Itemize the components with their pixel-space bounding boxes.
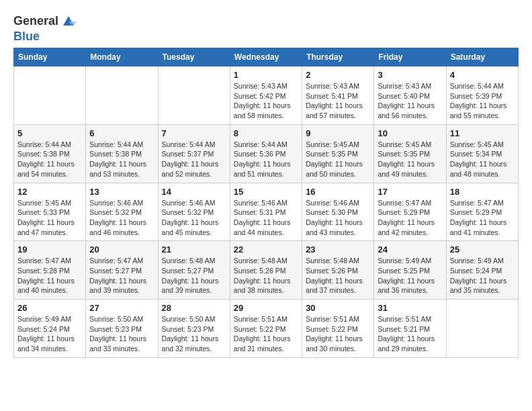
day-number: 27 [89, 303, 154, 313]
day-number: 15 [234, 187, 298, 197]
day-info: Sunrise: 5:48 AMSunset: 5:27 PMDaylight:… [162, 256, 226, 295]
col-wednesday: Wednesday [230, 48, 302, 66]
day-number: 31 [378, 303, 442, 313]
calendar-cell: 23Sunrise: 5:48 AMSunset: 5:26 PMDayligh… [302, 241, 374, 300]
calendar-cell [14, 66, 86, 125]
day-info: Sunrise: 5:44 AMSunset: 5:38 PMDaylight:… [89, 140, 154, 179]
day-number: 25 [450, 244, 515, 255]
week-row-4: 19Sunrise: 5:47 AMSunset: 5:28 PMDayligh… [14, 241, 519, 300]
day-number: 7 [162, 128, 226, 138]
day-info: Sunrise: 5:49 AMSunset: 5:24 PMDaylight:… [17, 314, 82, 354]
day-number: 17 [378, 187, 442, 197]
day-number: 2 [306, 70, 370, 80]
page-container: General Blue Sunday Monday Tuesday [0, 0, 532, 367]
day-number: 8 [234, 128, 298, 138]
day-info: Sunrise: 5:46 AMSunset: 5:32 PMDaylight:… [89, 198, 154, 238]
day-info: Sunrise: 5:49 AMSunset: 5:25 PMDaylight:… [378, 256, 442, 295]
day-number: 22 [234, 244, 298, 255]
day-info: Sunrise: 5:45 AMSunset: 5:33 PMDaylight:… [17, 198, 82, 238]
calendar-cell: 22Sunrise: 5:48 AMSunset: 5:26 PMDayligh… [230, 241, 302, 300]
day-number: 20 [89, 244, 154, 255]
day-info: Sunrise: 5:45 AMSunset: 5:35 PMDaylight:… [306, 140, 370, 179]
day-info: Sunrise: 5:44 AMSunset: 5:37 PMDaylight:… [162, 140, 226, 179]
day-number: 4 [450, 70, 515, 80]
calendar-cell: 11Sunrise: 5:45 AMSunset: 5:34 PMDayligh… [446, 124, 518, 183]
calendar-cell [446, 300, 518, 358]
day-number: 16 [306, 187, 370, 197]
day-number: 21 [162, 244, 226, 255]
day-number: 11 [450, 128, 515, 138]
day-info: Sunrise: 5:45 AMSunset: 5:35 PMDaylight:… [378, 140, 442, 179]
calendar-cell: 26Sunrise: 5:49 AMSunset: 5:24 PMDayligh… [14, 300, 86, 358]
calendar-cell: 14Sunrise: 5:46 AMSunset: 5:32 PMDayligh… [158, 183, 230, 241]
day-info: Sunrise: 5:43 AMSunset: 5:40 PMDaylight:… [378, 81, 442, 121]
week-row-3: 12Sunrise: 5:45 AMSunset: 5:33 PMDayligh… [14, 183, 519, 241]
calendar-cell: 20Sunrise: 5:47 AMSunset: 5:27 PMDayligh… [86, 241, 158, 300]
calendar-cell: 27Sunrise: 5:50 AMSunset: 5:23 PMDayligh… [86, 300, 158, 358]
day-number: 1 [234, 70, 298, 80]
week-row-1: 1Sunrise: 5:43 AMSunset: 5:42 PMDaylight… [14, 66, 519, 125]
calendar-cell [86, 66, 158, 125]
calendar-cell: 12Sunrise: 5:45 AMSunset: 5:33 PMDayligh… [14, 183, 86, 241]
logo-text: General Blue [13, 12, 77, 44]
calendar-cell: 15Sunrise: 5:46 AMSunset: 5:31 PMDayligh… [230, 183, 302, 241]
calendar-cell: 8Sunrise: 5:44 AMSunset: 5:36 PMDaylight… [230, 124, 302, 183]
calendar-cell: 7Sunrise: 5:44 AMSunset: 5:37 PMDaylight… [158, 124, 230, 183]
col-friday: Friday [374, 48, 446, 66]
day-info: Sunrise: 5:44 AMSunset: 5:38 PMDaylight:… [17, 140, 82, 179]
day-info: Sunrise: 5:51 AMSunset: 5:21 PMDaylight:… [378, 314, 442, 354]
day-number: 19 [17, 244, 82, 255]
day-info: Sunrise: 5:47 AMSunset: 5:29 PMDaylight:… [450, 198, 515, 238]
calendar-cell: 25Sunrise: 5:49 AMSunset: 5:24 PMDayligh… [446, 241, 518, 300]
day-info: Sunrise: 5:46 AMSunset: 5:32 PMDaylight:… [162, 198, 226, 238]
week-row-2: 5Sunrise: 5:44 AMSunset: 5:38 PMDaylight… [14, 124, 519, 183]
day-number: 5 [17, 128, 82, 138]
day-info: Sunrise: 5:48 AMSunset: 5:26 PMDaylight:… [306, 256, 370, 295]
day-number: 30 [306, 303, 370, 313]
day-number: 12 [17, 187, 82, 197]
col-thursday: Thursday [302, 48, 374, 66]
calendar-cell: 3Sunrise: 5:43 AMSunset: 5:40 PMDaylight… [374, 66, 446, 125]
calendar-cell: 9Sunrise: 5:45 AMSunset: 5:35 PMDaylight… [302, 124, 374, 183]
header: General Blue [13, 12, 519, 44]
day-info: Sunrise: 5:47 AMSunset: 5:28 PMDaylight:… [17, 256, 82, 295]
calendar-cell: 4Sunrise: 5:44 AMSunset: 5:39 PMDaylight… [446, 66, 518, 125]
calendar-cell: 6Sunrise: 5:44 AMSunset: 5:38 PMDaylight… [86, 124, 158, 183]
calendar-cell: 13Sunrise: 5:46 AMSunset: 5:32 PMDayligh… [86, 183, 158, 241]
col-saturday: Saturday [446, 48, 518, 66]
day-number: 6 [89, 128, 154, 138]
day-number: 29 [234, 303, 298, 313]
calendar-cell: 31Sunrise: 5:51 AMSunset: 5:21 PMDayligh… [374, 300, 446, 358]
day-number: 14 [162, 187, 226, 197]
day-info: Sunrise: 5:50 AMSunset: 5:23 PMDaylight:… [162, 314, 226, 354]
calendar-cell: 28Sunrise: 5:50 AMSunset: 5:23 PMDayligh… [158, 300, 230, 358]
day-number: 28 [162, 303, 226, 313]
calendar-cell: 2Sunrise: 5:43 AMSunset: 5:41 PMDaylight… [302, 66, 374, 125]
day-info: Sunrise: 5:51 AMSunset: 5:22 PMDaylight:… [306, 314, 370, 354]
calendar-cell: 29Sunrise: 5:51 AMSunset: 5:22 PMDayligh… [230, 300, 302, 358]
day-number: 13 [89, 187, 154, 197]
calendar-cell: 30Sunrise: 5:51 AMSunset: 5:22 PMDayligh… [302, 300, 374, 358]
col-tuesday: Tuesday [158, 48, 230, 66]
col-monday: Monday [86, 48, 158, 66]
calendar-cell: 18Sunrise: 5:47 AMSunset: 5:29 PMDayligh… [446, 183, 518, 241]
calendar-cell: 5Sunrise: 5:44 AMSunset: 5:38 PMDaylight… [14, 124, 86, 183]
calendar-cell: 10Sunrise: 5:45 AMSunset: 5:35 PMDayligh… [374, 124, 446, 183]
calendar-cell: 17Sunrise: 5:47 AMSunset: 5:29 PMDayligh… [374, 183, 446, 241]
day-info: Sunrise: 5:51 AMSunset: 5:22 PMDaylight:… [234, 314, 298, 354]
day-info: Sunrise: 5:48 AMSunset: 5:26 PMDaylight:… [234, 256, 298, 295]
day-info: Sunrise: 5:47 AMSunset: 5:29 PMDaylight:… [378, 198, 442, 238]
logo-icon [60, 12, 77, 30]
day-info: Sunrise: 5:47 AMSunset: 5:27 PMDaylight:… [89, 256, 154, 295]
calendar-table: Sunday Monday Tuesday Wednesday Thursday… [13, 48, 519, 358]
day-header-row: Sunday Monday Tuesday Wednesday Thursday… [14, 48, 519, 66]
day-number: 23 [306, 244, 370, 255]
calendar-cell: 19Sunrise: 5:47 AMSunset: 5:28 PMDayligh… [14, 241, 86, 300]
calendar-cell: 24Sunrise: 5:49 AMSunset: 5:25 PMDayligh… [374, 241, 446, 300]
logo: General Blue [13, 12, 77, 44]
day-number: 24 [378, 244, 442, 255]
calendar-cell: 16Sunrise: 5:46 AMSunset: 5:30 PMDayligh… [302, 183, 374, 241]
calendar-cell: 1Sunrise: 5:43 AMSunset: 5:42 PMDaylight… [230, 66, 302, 125]
day-number: 26 [17, 303, 82, 313]
calendar-cell [158, 66, 230, 125]
